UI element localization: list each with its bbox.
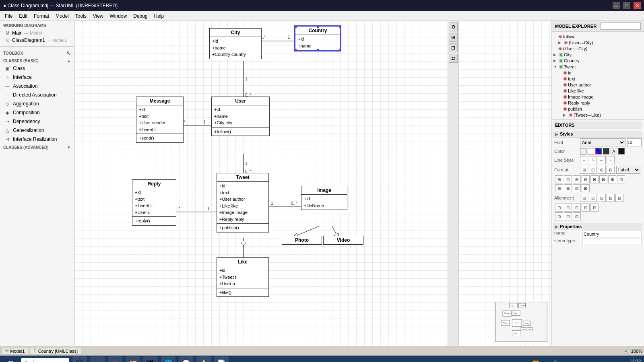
taskbar-task-view[interactable]: ⧉	[90, 356, 105, 362]
canvas-area[interactable]: 0..* 1 1 0..* 0..* 1 1 0..* 0..* 1	[74, 21, 551, 346]
align-btn-11[interactable]: ⊡	[555, 212, 563, 220]
align-btn-8[interactable]: ⊡	[573, 204, 581, 212]
tree-tweet-publish[interactable]: ◉ publish	[552, 106, 644, 112]
tree-tweet-reply[interactable]: ◉ Reply reply	[552, 100, 644, 106]
color-swatch-black[interactable]	[618, 148, 625, 154]
properties-section-header[interactable]: ▶ Properties	[553, 223, 642, 230]
prop-stereotype-input[interactable]	[582, 238, 642, 245]
tree-user-city-dir[interactable]: ◉ (User→City)	[552, 45, 644, 51]
align-btn-1[interactable]: ⊡	[580, 194, 588, 202]
tree-tweet-id[interactable]: ◉ id	[552, 70, 644, 76]
font-size-input[interactable]	[627, 138, 642, 146]
fmt-icon-5[interactable]: ⊠	[590, 175, 599, 183]
align-btn-3[interactable]: ⊡	[598, 194, 606, 202]
taskbar-explorer[interactable]: 🏛	[72, 356, 87, 362]
fmt-icon-2[interactable]: ⊡	[564, 175, 572, 183]
tag-icon-btn[interactable]: ⊡	[449, 43, 458, 52]
maximize-button[interactable]: □	[623, 2, 630, 9]
start-button[interactable]: ⊞	[3, 356, 18, 362]
format-btn-4[interactable]: ⊟	[607, 166, 615, 174]
uml-class-tweet[interactable]: Tweet +id +text +User author +Like like …	[217, 173, 269, 232]
taskbar-app-opera[interactable]: O	[108, 356, 122, 362]
tree-user-city-assoc[interactable]: ▶ ◉ (User—City)	[552, 39, 644, 45]
fmt-icon-4[interactable]: ⊟	[582, 175, 590, 183]
uml-class-reply[interactable]: Reply +id +text +Tweet t +User u +reply(…	[132, 179, 176, 226]
minimap[interactable]: City Country Message User Reply Tweet Im…	[495, 302, 547, 342]
grid-icon-btn[interactable]: ⊞	[449, 33, 458, 42]
uml-class-like[interactable]: Like +id +Tweet t +User u +like()	[217, 257, 269, 297]
tree-tweet-author[interactable]: ◉ User author	[552, 82, 644, 88]
menu-debug[interactable]: Debug	[130, 12, 151, 20]
uml-class-city[interactable]: City +id +name +Country country	[209, 28, 262, 59]
tree-tweet-text[interactable]: ◉ text	[552, 76, 644, 82]
fmt-icon-6[interactable]: ⊠	[599, 175, 607, 183]
share-icon-btn[interactable]: ⇄	[449, 54, 458, 63]
diagram-classdiagram1[interactable]: C ClassDiagram1 — Model1	[3, 37, 71, 44]
line-style-btn-4[interactable]: ~	[607, 156, 615, 164]
close-button[interactable]: ✕	[634, 2, 641, 9]
tool-generalization[interactable]: △ Generalization	[0, 126, 74, 135]
classes-basic-arrow[interactable]: ▲	[67, 59, 71, 63]
menu-format[interactable]: Format	[31, 12, 52, 20]
fmt-icon-12[interactable]: ⊠	[582, 184, 590, 192]
fmt-icon-11[interactable]: ⊡	[573, 184, 581, 192]
menu-help[interactable]: Help	[151, 12, 167, 20]
font-format-A[interactable]: A	[611, 148, 617, 154]
tree-tweet-image[interactable]: ◉ Image image	[552, 94, 644, 100]
color-swatch-2[interactable]	[588, 148, 594, 154]
taskbar-search-box[interactable]: 🔍 Ara	[21, 358, 69, 362]
taskbar-app-chrome[interactable]: 🌐	[161, 356, 175, 362]
tree-tweet-like-assoc[interactable]: ▶ ◉ (Tweet—Like)	[552, 112, 644, 118]
status-tab-country[interactable]: C Country [UMLClass]	[30, 348, 81, 354]
menu-tools[interactable]: Tools	[72, 12, 90, 20]
tool-interface-realization[interactable]: ⊲ Interface Realization	[0, 135, 74, 144]
prop-name-input[interactable]	[582, 230, 642, 237]
model-search-input[interactable]	[601, 23, 641, 30]
classes-advanced-arrow[interactable]: ▼	[67, 145, 71, 150]
align-btn-13[interactable]: ⊡	[573, 212, 581, 220]
fmt-icon-9[interactable]: ⊟	[555, 184, 563, 192]
styles-section-header[interactable]: ▶ Styles	[553, 131, 642, 138]
tree-country[interactable]: ▶ ▣ Country	[552, 58, 644, 64]
tool-association[interactable]: — Association	[0, 82, 74, 90]
tree-tweet[interactable]: ▼ ▣ Tweet	[552, 64, 644, 70]
taskbar-app-folder[interactable]: 📁	[126, 356, 140, 362]
format-btn-1[interactable]: ⊞	[580, 166, 588, 174]
line-style-btn-2[interactable]: └	[589, 156, 597, 164]
line-style-btn-1[interactable]: ⌐	[580, 156, 588, 164]
diagram-main[interactable]: M Main — Model	[3, 29, 71, 37]
uml-class-country[interactable]: Country +id +name	[295, 26, 341, 51]
tool-interface[interactable]: ○ Interface	[0, 73, 74, 82]
align-btn-12[interactable]: ⊡	[564, 212, 572, 220]
canvas[interactable]: 0..* 1 1 0..* 0..* 1 1 0..* 0..* 1	[74, 21, 551, 346]
settings-icon-btn[interactable]: ⚙	[449, 23, 458, 31]
menu-edit[interactable]: Edit	[16, 12, 31, 20]
menu-model[interactable]: Model	[52, 12, 72, 20]
tool-directed-association[interactable]: → Directed Association	[0, 90, 74, 99]
format-btn-2[interactable]: ⊡	[589, 166, 597, 174]
uml-class-video[interactable]: Video	[323, 236, 363, 245]
menu-file[interactable]: File	[2, 12, 16, 20]
format-btn-3[interactable]: ⊞	[598, 166, 606, 174]
uml-class-photo[interactable]: Photo	[282, 236, 322, 245]
taskbar-app-whatsapp[interactable]: 💬	[179, 356, 193, 362]
align-btn-7[interactable]: ⊡	[564, 204, 572, 212]
align-btn-4[interactable]: ⊡	[607, 194, 615, 202]
menu-window[interactable]: Window	[107, 12, 130, 20]
tool-composition[interactable]: ◆ Composition	[0, 108, 74, 117]
tree-city[interactable]: ▶ ▣ City	[552, 51, 644, 58]
format-select[interactable]: Label None	[616, 166, 640, 174]
fmt-icon-10[interactable]: ⊞	[564, 184, 572, 192]
line-style-btn-3[interactable]: ⌐	[598, 156, 606, 164]
taskbar-app-pdf[interactable]: 📄	[214, 356, 229, 362]
tool-aggregation[interactable]: ◇ Aggregation	[0, 99, 74, 108]
fmt-icon-7[interactable]: ⊞	[608, 175, 616, 183]
fmt-icon-3[interactable]: ⊞	[573, 175, 581, 183]
tree-follow[interactable]: ◉ follow	[552, 33, 644, 39]
menu-view[interactable]: View	[90, 12, 107, 20]
uml-class-message[interactable]: Message +id +text +User sender +Tweet t …	[136, 97, 184, 143]
fmt-icon-1[interactable]: ⊞	[555, 175, 563, 183]
taskbar-app-photos[interactable]: 🖼	[143, 356, 158, 362]
tool-class[interactable]: ▣ Class	[0, 64, 74, 73]
align-btn-2[interactable]: ⊡	[589, 194, 597, 202]
